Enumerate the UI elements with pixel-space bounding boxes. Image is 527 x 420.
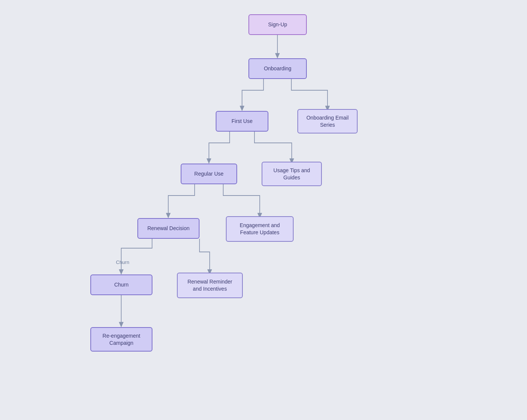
renewal-decision-node: Renewal Decision bbox=[137, 218, 200, 239]
onboarding-node: Onboarding bbox=[248, 58, 307, 79]
renewal-reminder-node: Renewal Reminder and Incentives bbox=[177, 273, 243, 298]
onboarding-email-node: Onboarding Email Series bbox=[297, 109, 358, 133]
reengagement-node: Re-engagement Campaign bbox=[90, 327, 152, 352]
firstuse-node: First Use bbox=[216, 111, 268, 132]
engagement-node: Engagement and Feature Updates bbox=[226, 216, 294, 242]
diagram-container: Churn Sign-Up Onboarding First Use Onboa… bbox=[0, 0, 527, 420]
signup-node: Sign-Up bbox=[248, 14, 307, 35]
churn-path-label: Churn bbox=[116, 259, 129, 265]
regularuse-node: Regular Use bbox=[181, 164, 237, 184]
churn-node: Churn bbox=[90, 274, 152, 295]
usagetips-node: Usage Tips and Guides bbox=[262, 162, 322, 186]
